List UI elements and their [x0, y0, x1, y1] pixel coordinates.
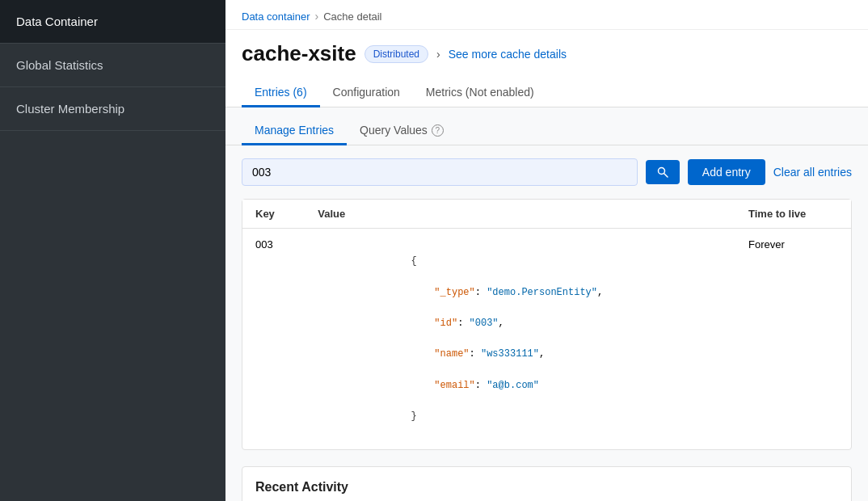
search-input[interactable]	[242, 158, 638, 186]
breadcrumb-current: Cache detail	[323, 11, 381, 23]
sub-tab-manage-entries[interactable]: Manage Entries	[242, 117, 347, 145]
sidebar-item-label: Data Container	[16, 15, 98, 28]
page-header: cache-xsite Distributed › See more cache…	[225, 30, 868, 66]
key-cell: 003	[242, 229, 305, 450]
page-title: cache-xsite	[242, 41, 356, 66]
sub-tabs: Manage Entries Query Values ?	[225, 107, 868, 145]
tab-configuration[interactable]: Configuration	[320, 79, 413, 107]
search-icon	[657, 166, 668, 178]
add-entry-button[interactable]: Add entry	[688, 159, 765, 185]
sidebar-item-global-statistics[interactable]: Global Statistics	[0, 44, 225, 87]
value-cell: { "_type": "demo.PersonEntity", "id": "0…	[305, 229, 735, 450]
chevron-right-icon: ›	[436, 48, 440, 61]
sidebar-item-cluster-membership[interactable]: Cluster Membership	[0, 87, 225, 131]
col-header-value: Value	[305, 200, 735, 229]
sub-tab-query-values[interactable]: Query Values ?	[347, 117, 457, 145]
breadcrumb-link[interactable]: Data container	[242, 11, 310, 23]
table-header-row: Key Value Time to live	[242, 200, 851, 229]
sidebar-item-label: Global Statistics	[16, 58, 103, 72]
search-bar: Add entry Clear all entries	[242, 158, 852, 186]
col-header-ttl: Time to live	[735, 200, 851, 229]
table-row: 003 { "_type": "demo.PersonEntity", "id"…	[242, 229, 851, 450]
see-more-cache-details-link[interactable]: See more cache details	[449, 48, 567, 61]
col-header-key: Key	[242, 200, 305, 229]
sidebar-item-label: Cluster Membership	[16, 102, 124, 116]
entries-table-container: Key Value Time to live 003 { "_type": "d…	[242, 199, 852, 450]
tab-entries[interactable]: Entries (6)	[242, 79, 320, 107]
breadcrumb: Data container › Cache detail	[225, 0, 868, 30]
svg-line-1	[664, 174, 668, 178]
query-values-help-icon[interactable]: ?	[432, 124, 444, 137]
ttl-cell: Forever	[735, 229, 851, 450]
distributed-badge: Distributed	[364, 45, 428, 63]
tabs: Entries (6) Configuration Metrics (Not e…	[225, 71, 868, 107]
breadcrumb-separator: ›	[315, 10, 319, 23]
tab-metrics[interactable]: Metrics (Not enabled)	[413, 79, 547, 107]
sidebar-item-data-container[interactable]: Data Container	[0, 0, 225, 44]
clear-all-link[interactable]: Clear all entries	[773, 166, 852, 179]
recent-activity-section: Recent Activity Key Action	[242, 466, 852, 501]
content-area: Add entry Clear all entries Key Value Ti…	[225, 145, 868, 501]
main-content: Data container › Cache detail cache-xsit…	[225, 0, 868, 501]
search-button[interactable]	[646, 160, 680, 184]
entries-table: Key Value Time to live 003 { "_type": "d…	[242, 200, 851, 449]
sidebar: Data Container Global Statistics Cluster…	[0, 0, 225, 501]
recent-activity-title: Recent Activity	[255, 480, 838, 495]
search-input-wrapper	[242, 158, 638, 186]
